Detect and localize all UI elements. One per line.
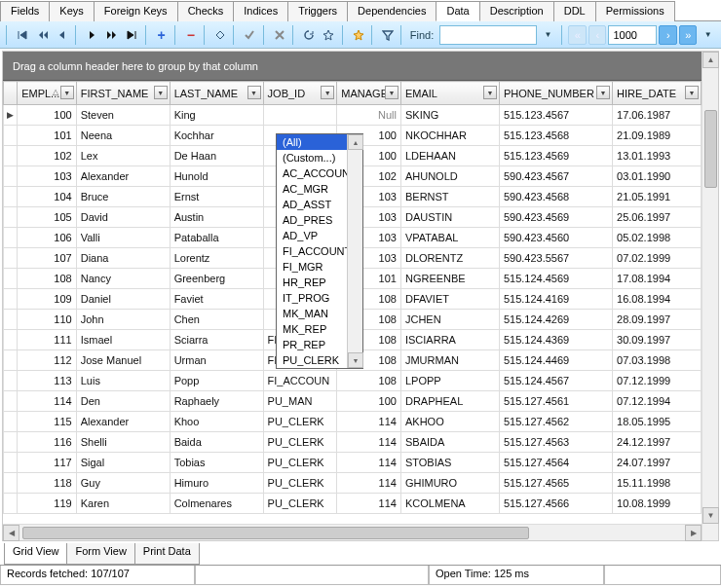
nav-prev-icon[interactable] — [54, 25, 72, 45]
cell[interactable]: FI_ACCOUN — [263, 371, 337, 391]
cell[interactable]: Sigal — [76, 453, 170, 473]
table-row[interactable]: 119KarenColmenaresPU_CLERK114KCOLMENA515… — [4, 494, 702, 514]
cell[interactable]: 116 — [18, 432, 77, 453]
toolbar-dropdown-icon[interactable]: ▼ — [699, 25, 717, 45]
cell[interactable]: 100 — [18, 105, 77, 126]
page-next-icon[interactable]: › — [659, 25, 677, 45]
horizontal-scrollbar[interactable]: ◀▶ — [3, 524, 702, 540]
cell[interactable]: Neena — [76, 126, 170, 146]
cell[interactable]: 106 — [18, 228, 77, 248]
cell[interactable]: 515.124.4569 — [499, 269, 612, 289]
cell[interactable]: Khoo — [170, 412, 263, 432]
vertical-scrollbar[interactable]: ▲▼ — [702, 52, 718, 540]
cell[interactable]: 21.05.1991 — [613, 187, 702, 207]
scroll-down-icon[interactable]: ▼ — [348, 352, 363, 368]
page-first-icon[interactable]: « — [568, 25, 587, 45]
view-tab-form-view[interactable]: Form View — [66, 543, 134, 565]
cell[interactable]: 05.02.1998 — [613, 228, 702, 248]
cell[interactable]: Bruce — [76, 187, 170, 207]
cell[interactable]: 103 — [18, 166, 77, 187]
cell[interactable]: LDEHAAN — [400, 146, 499, 166]
filter-dropdown-icon[interactable]: ▼ — [60, 86, 74, 99]
cell[interactable]: PU_CLERK — [263, 494, 337, 514]
cell[interactable]: 515.124.4567 — [499, 371, 612, 391]
cell[interactable]: Luis — [76, 371, 170, 391]
cell[interactable]: 114 — [337, 473, 401, 494]
filter-icon[interactable] — [379, 25, 398, 45]
cell[interactable] — [263, 105, 337, 126]
tab-description[interactable]: Description — [479, 1, 554, 21]
cell[interactable]: 111 — [18, 330, 77, 350]
cell[interactable]: PU_CLERK — [263, 412, 337, 432]
cell[interactable]: 104 — [18, 187, 77, 207]
tab-dependencies[interactable]: Dependencies — [347, 1, 436, 21]
filter-dropdown[interactable]: (All)(Custom...)AC_ACCOUNTAC_MGRAD_ASSTA… — [276, 133, 363, 369]
cell[interactable]: NGREENBE — [400, 269, 499, 289]
cell[interactable]: 515.127.4561 — [499, 391, 612, 412]
cell[interactable]: 107 — [18, 248, 77, 269]
page-prev-icon[interactable]: ‹ — [588, 25, 607, 45]
cell[interactable]: PU_CLERK — [263, 473, 337, 494]
column-header[interactable]: PHONE_NUMBER▼ — [499, 82, 612, 105]
insert-row-icon[interactable]: + — [152, 25, 171, 45]
cell[interactable]: 114 — [337, 494, 401, 514]
column-header[interactable]: LAST_NAME▼ — [170, 82, 263, 105]
cell[interactable]: 118 — [18, 473, 77, 494]
cell[interactable]: Urman — [170, 350, 263, 371]
filter-dropdown-icon[interactable]: ▼ — [154, 86, 168, 99]
cell[interactable]: 17.06.1987 — [613, 105, 702, 126]
cell[interactable]: 590.423.4568 — [499, 187, 612, 207]
cell[interactable]: DRAPHEAL — [400, 391, 499, 412]
cell[interactable]: 119 — [18, 494, 77, 514]
scroll-thumb[interactable] — [22, 527, 529, 539]
cell[interactable]: BERNST — [400, 187, 499, 207]
dropdown-scrollbar[interactable]: ▲▼ — [347, 134, 362, 368]
cell[interactable]: Kochhar — [170, 126, 263, 146]
cell[interactable]: Daniel — [76, 289, 170, 310]
cell[interactable]: DFAVIET — [400, 289, 499, 310]
cell[interactable]: De Haan — [170, 146, 263, 166]
cell[interactable]: John — [76, 310, 170, 330]
cell[interactable]: Greenberg — [170, 269, 263, 289]
cell[interactable]: 07.12.1994 — [613, 391, 702, 412]
cell[interactable]: 30.09.1997 — [613, 330, 702, 350]
cell[interactable]: 515.123.4568 — [499, 126, 612, 146]
cell[interactable]: 109 — [18, 289, 77, 310]
cell[interactable]: Lorentz — [170, 248, 263, 269]
cell[interactable]: 10.08.1999 — [613, 494, 702, 514]
cell[interactable]: 108 — [18, 269, 77, 289]
table-row[interactable]: 113LuisPoppFI_ACCOUN108LPOPP515.124.4567… — [4, 371, 702, 391]
cell[interactable]: Hunold — [170, 166, 263, 187]
cell[interactable]: 515.127.4564 — [499, 453, 612, 473]
cell[interactable]: Alexander — [76, 166, 170, 187]
scroll-up-icon[interactable]: ▲ — [348, 134, 363, 150]
cell[interactable]: 515.127.4565 — [499, 473, 612, 494]
cancel-edit-icon[interactable] — [270, 25, 288, 45]
cell[interactable]: 15.11.1998 — [613, 473, 702, 494]
page-size-input[interactable] — [608, 25, 657, 45]
cell[interactable]: Diana — [76, 248, 170, 269]
refresh-icon[interactable] — [300, 25, 319, 45]
cell[interactable]: KCOLMENA — [400, 494, 499, 514]
cell[interactable]: SKING — [400, 105, 499, 126]
cell[interactable]: Ernst — [170, 187, 263, 207]
table-row[interactable]: 118GuyHimuroPU_CLERK114GHIMURO515.127.45… — [4, 473, 702, 494]
cell[interactable]: 515.123.4569 — [499, 146, 612, 166]
tab-foreign-keys[interactable]: Foreign Keys — [94, 1, 178, 21]
cell[interactable]: Den — [76, 391, 170, 412]
cell[interactable]: Chen — [170, 310, 263, 330]
cell[interactable]: SBAIDA — [400, 432, 499, 453]
cell[interactable]: 515.127.4563 — [499, 432, 612, 453]
cell[interactable]: 515.124.4369 — [499, 330, 612, 350]
cell[interactable]: 07.03.1998 — [613, 350, 702, 371]
table-row[interactable]: 117SigalTobiasPU_CLERK114STOBIAS515.127.… — [4, 453, 702, 473]
cell[interactable]: Ismael — [76, 330, 170, 350]
cell[interactable]: Guy — [76, 473, 170, 494]
filter-dropdown-icon[interactable]: ▼ — [321, 86, 334, 99]
cell[interactable]: VPATABAL — [400, 228, 499, 248]
column-header[interactable]: JOB_ID▼ — [263, 82, 337, 105]
table-row[interactable]: 114DenRaphaelyPU_MAN100DRAPHEAL515.127.4… — [4, 391, 702, 412]
filter-dropdown-icon[interactable]: ▼ — [385, 86, 398, 99]
table-row[interactable]: 116ShelliBaidaPU_CLERK114SBAIDA515.127.4… — [4, 432, 702, 453]
tab-data[interactable]: Data — [436, 1, 479, 21]
